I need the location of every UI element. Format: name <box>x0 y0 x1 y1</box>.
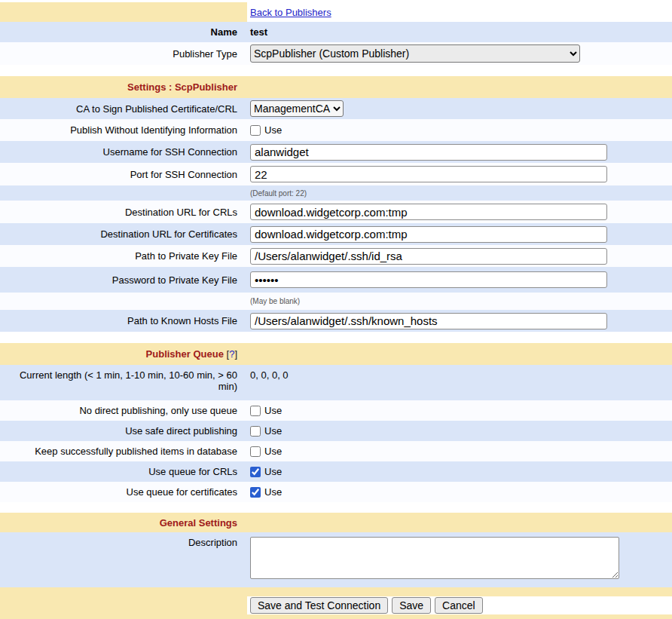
general-section-header: General Settings <box>0 513 672 532</box>
username-row: Username for SSH Connection <box>0 141 672 163</box>
username-label: Username for SSH Connection <box>0 146 247 158</box>
port-row: Port for SSH Connection <box>0 163 672 185</box>
queue-option-checkbox-label: Use <box>264 486 282 498</box>
crl-url-input[interactable] <box>250 204 607 220</box>
no-direct-publishing-checkbox[interactable] <box>250 406 261 416</box>
queue-option-checkbox-label: Use <box>264 425 282 437</box>
ca-label: CA to Sign Published Certificate/CRL <box>0 103 247 115</box>
queue-option-row-safe-direct: Use safe direct publishing Use <box>0 421 672 441</box>
settings-section-header: Settings : ScpPublisher <box>0 76 672 98</box>
back-row-right-cell: Back to Publishers <box>247 2 672 22</box>
footer-band <box>0 587 672 596</box>
private-key-password-note: (May be blank) <box>250 297 300 305</box>
queue-section-header: Publisher Queue [?] <box>0 343 672 365</box>
queue-option-label: Use safe direct publishing <box>0 425 247 437</box>
port-label: Port for SSH Connection <box>0 169 247 180</box>
actions-row-right-cell: Save and Test Connection Save Cancel <box>247 596 672 614</box>
settings-section-title: Settings : ScpPublisher <box>127 81 237 93</box>
port-note-row: (Default port: 22) <box>0 185 672 201</box>
footer-bottom-band <box>0 614 672 619</box>
publisher-type-label: Publisher Type <box>0 48 247 60</box>
anonymous-checkbox[interactable] <box>250 125 261 136</box>
queue-option-label: Use queue for certificates <box>0 486 247 498</box>
port-input[interactable] <box>250 166 607 182</box>
queue-option-row-queue-certs: Use queue for certificates Use <box>0 482 672 502</box>
back-to-publishers-link[interactable]: Back to Publishers <box>250 7 331 18</box>
queue-option-checkbox-label: Use <box>264 446 282 457</box>
username-input[interactable] <box>250 144 607 161</box>
actions-row-left-cell <box>0 596 247 614</box>
cert-url-label: Destination URL for Certificates <box>0 228 247 240</box>
known-hosts-input[interactable] <box>250 313 607 329</box>
queue-option-checkbox-label: Use <box>264 405 282 416</box>
use-queue-for-crls-checkbox[interactable] <box>250 467 261 477</box>
cert-url-input[interactable] <box>250 226 607 243</box>
queue-option-label: No direct publishing, only use queue <box>0 405 247 416</box>
publisher-type-row: Publisher Type ScpPublisher (Custom Publ… <box>0 42 672 65</box>
private-key-path-input[interactable] <box>250 248 607 265</box>
section-gap <box>0 332 672 343</box>
cert-url-row: Destination URL for Certificates <box>0 223 672 245</box>
general-section-title: General Settings <box>160 517 237 529</box>
private-key-password-label: Password to Private Key File <box>0 274 247 286</box>
private-key-password-input[interactable] <box>250 271 607 288</box>
crl-url-row: Destination URL for CRLs <box>0 201 672 223</box>
private-key-path-label: Path to Private Key File <box>0 250 247 262</box>
ca-select[interactable]: ManagementCA <box>250 100 344 117</box>
queue-option-row-queue-crls: Use queue for CRLs Use <box>0 461 672 482</box>
queue-option-row-no-direct: No direct publishing, only use queue Use <box>0 400 672 421</box>
port-default-note: (Default port: 22) <box>250 189 307 198</box>
save-and-test-button[interactable]: Save and Test Connection <box>250 597 388 614</box>
private-key-password-note-row: (May be blank) <box>0 293 672 310</box>
section-gap <box>0 65 672 76</box>
actions-row: Save and Test Connection Save Cancel <box>0 596 672 614</box>
help-bracket-close: ] <box>234 348 237 360</box>
description-textarea[interactable] <box>250 537 619 579</box>
ca-row: CA to Sign Published Certificate/CRL Man… <box>0 98 672 119</box>
known-hosts-row: Path to Known Hosts File <box>0 310 672 332</box>
save-button[interactable]: Save <box>392 597 431 614</box>
private-key-path-row: Path to Private Key File <box>0 245 672 267</box>
cancel-button[interactable]: Cancel <box>435 597 483 614</box>
use-queue-for-certificates-checkbox[interactable] <box>250 487 261 498</box>
safe-direct-publishing-checkbox[interactable] <box>250 426 261 437</box>
name-label: Name <box>0 26 247 38</box>
anonymous-checkbox-label: Use <box>264 124 282 136</box>
keep-published-items-checkbox[interactable] <box>250 446 261 457</box>
publisher-type-select[interactable]: ScpPublisher (Custom Publisher) <box>250 44 580 63</box>
queue-section-title: Publisher Queue <box>146 348 224 360</box>
queue-option-row-keep-published: Keep successfully published items in dat… <box>0 441 672 461</box>
queue-length-value: 0, 0, 0, 0 <box>250 369 289 381</box>
queue-option-checkbox-label: Use <box>264 466 282 477</box>
back-link-row: Back to Publishers <box>0 2 672 22</box>
section-gap <box>0 502 672 513</box>
anonymous-row: Publish Without Identifying Information … <box>0 119 672 141</box>
queue-length-label: Current length (< 1 min, 1-10 min, 10-60… <box>0 365 247 392</box>
crl-url-label: Destination URL for CRLs <box>0 207 247 218</box>
private-key-password-row: Password to Private Key File <box>0 267 672 293</box>
queue-option-label: Use queue for CRLs <box>0 466 247 477</box>
queue-option-label: Keep successfully published items in dat… <box>0 446 247 457</box>
name-row: Name test <box>0 22 672 42</box>
back-row-left-cell <box>0 2 247 22</box>
description-label: Description <box>0 532 247 548</box>
description-row: Description <box>0 532 672 587</box>
name-value: test <box>250 26 267 38</box>
known-hosts-label: Path to Known Hosts File <box>0 315 247 326</box>
queue-length-row: Current length (< 1 min, 1-10 min, 10-60… <box>0 365 672 400</box>
anonymous-label: Publish Without Identifying Information <box>0 124 247 136</box>
